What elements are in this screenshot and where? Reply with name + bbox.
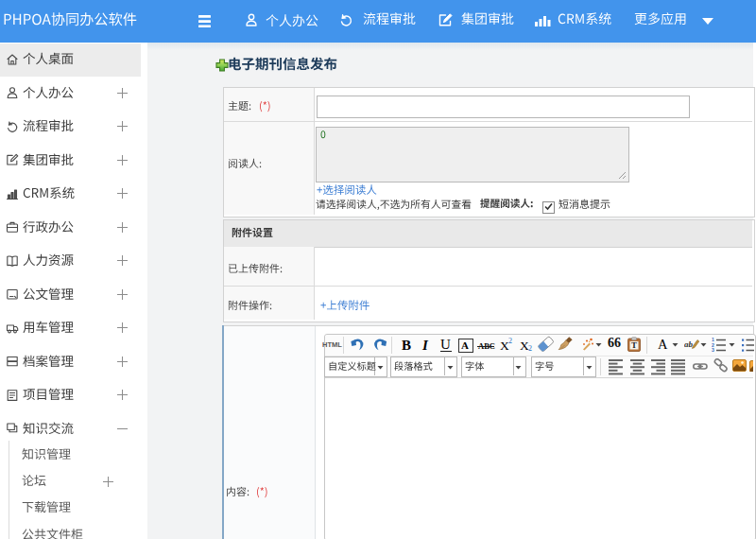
svg-text:T: T [631,340,637,350]
svg-text:ab: ab [684,339,694,349]
svg-text:3: 3 [712,347,714,352]
